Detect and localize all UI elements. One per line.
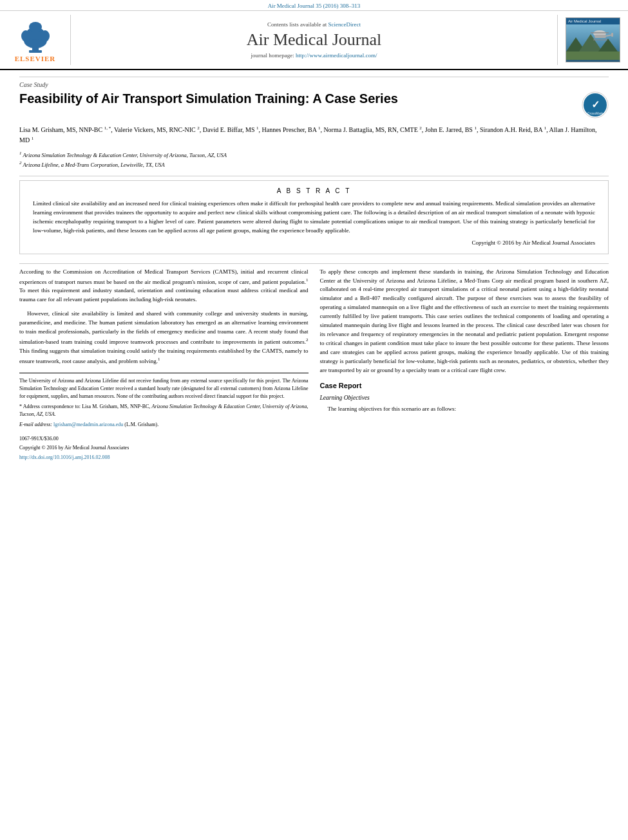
abstract-title: A B S T R A C T	[33, 187, 595, 194]
body-columns: According to the Commission on Accredita…	[19, 268, 609, 462]
homepage-line: journal homepage: http://www.airmedicalj…	[251, 52, 377, 59]
page: Air Medical Journal 35 (2016) 308–313 EL…	[0, 0, 628, 840]
bottom-info: 1067-991X/$36.00 Copyright © 2016 by Air…	[19, 435, 309, 462]
svg-text:✓: ✓	[591, 99, 600, 110]
citation-text: Air Medical Journal 35 (2016) 308–313	[268, 3, 361, 9]
case-report-heading: Case Report	[320, 380, 609, 391]
helicopter-image-icon	[566, 24, 620, 60]
right-column: To apply these concepts and implement th…	[320, 268, 609, 462]
thumb-image	[566, 24, 620, 62]
footnote-address: * Address correspondence to: Lisa M. Gri…	[19, 403, 309, 418]
crossmark-badge: ✓ CrossMark	[582, 91, 609, 120]
journal-thumbnail-section: Air Medical Journal	[557, 15, 628, 65]
main-content: Case Study Feasibility of Air Transport …	[0, 70, 628, 474]
affiliations: 1 Arizona Simulation Technology & Educat…	[19, 150, 609, 169]
abstract-section: A B S T R A C T Limited clinical site av…	[19, 180, 609, 254]
divider	[19, 176, 609, 176]
journal-thumbnail: Air Medical Journal	[566, 17, 620, 62]
svg-rect-16	[611, 33, 613, 37]
issn: 1067-991X/$36.00	[19, 435, 309, 443]
journal-title: Air Medical Journal	[247, 30, 381, 50]
svg-point-3	[29, 22, 42, 32]
authors-line: Lisa M. Grisham, MS, NNP-BC 1, *, Valeri…	[19, 125, 609, 146]
svg-rect-7	[29, 50, 42, 53]
elsevier-brand-text: ELSEVIER	[15, 55, 56, 62]
crossmark-icon: ✓ CrossMark	[582, 91, 609, 118]
email-link[interactable]: lgrisham@medadmin.arizona.edu	[53, 422, 123, 427]
svg-rect-9	[566, 51, 620, 60]
footnote-funding: The University of Arizona and Arizona Li…	[19, 377, 309, 400]
homepage-label: journal homepage:	[251, 52, 294, 59]
elsevier-tree-icon	[13, 18, 58, 53]
left-para-2: However, clinical site availability is l…	[19, 310, 309, 366]
doi-link[interactable]: http://dx.doi.org/10.1016/j.amj.2016.02.…	[19, 454, 309, 462]
left-column: According to the Commission on Accredita…	[19, 268, 309, 462]
abstract-copyright: Copyright © 2016 by Air Medical Journal …	[33, 239, 595, 246]
elsevier-logo-section: ELSEVIER	[0, 15, 71, 65]
contents-label: Contents lists available at	[267, 21, 327, 28]
abstract-text: Limited clinical site availability and a…	[33, 200, 595, 236]
journal-header-center: Contents lists available at ScienceDirec…	[71, 15, 557, 65]
citation-bar: Air Medical Journal 35 (2016) 308–313	[0, 0, 628, 11]
journal-header: ELSEVIER Contents lists available at Sci…	[0, 11, 628, 70]
elsevier-logo: ELSEVIER	[13, 18, 58, 62]
svg-point-4	[21, 30, 30, 42]
contents-available-line: Contents lists available at ScienceDirec…	[267, 21, 361, 28]
svg-point-5	[41, 30, 50, 42]
article-title: Feasibility of Air Transport Simulation …	[19, 90, 574, 107]
homepage-url[interactable]: http://www.airmedicaljournal.com/	[296, 52, 377, 59]
section-type-label: Case Study	[19, 77, 609, 88]
learning-objectives-text: The learning objectives for this scenari…	[320, 405, 609, 414]
footnote-area: The University of Arizona and Arizona Li…	[19, 373, 309, 429]
title-row: Feasibility of Air Transport Simulation …	[19, 90, 609, 120]
copyright-bottom: Copyright © 2016 by Air Medical Journal …	[19, 444, 309, 452]
svg-rect-14	[595, 35, 606, 38]
learning-objectives-heading: Learning Objectives	[320, 393, 609, 403]
right-para-1: To apply these concepts and implement th…	[320, 268, 609, 375]
left-para-1: According to the Commission on Accredita…	[19, 268, 309, 305]
footnote-email: E-mail address: lgrisham@medadmin.arizon…	[19, 421, 309, 429]
thumb-title: Air Medical Journal	[566, 18, 620, 24]
affiliation-1: 1 Arizona Simulation Technology & Educat…	[19, 150, 609, 160]
affiliation-2: 2 Arizona Lifeline, a Med-Trans Corporat…	[19, 160, 609, 169]
svg-text:CrossMark: CrossMark	[587, 111, 604, 115]
body-divider	[19, 263, 609, 264]
sciencedirect-link[interactable]: ScienceDirect	[328, 21, 361, 28]
